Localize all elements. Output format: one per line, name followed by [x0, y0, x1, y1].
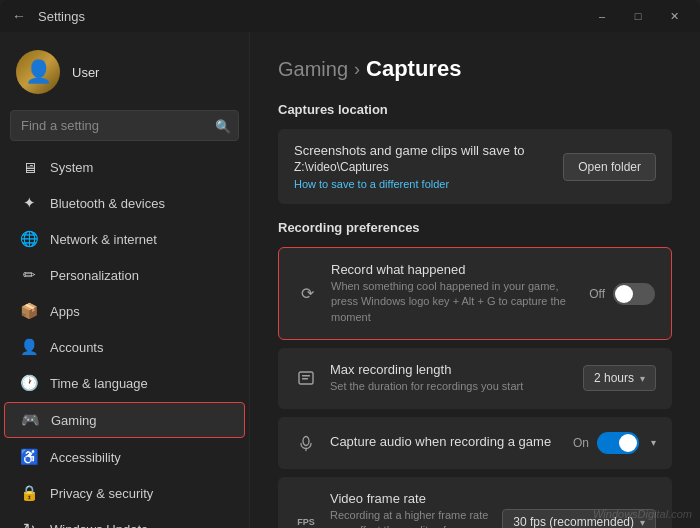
max-recording-value: 2 hours [594, 371, 634, 385]
svg-rect-1 [302, 375, 310, 377]
title-bar: ← Settings – □ ✕ [0, 0, 700, 32]
capture-audio-card: Capture audio when recording a game On ▾ [278, 417, 672, 469]
toggle-off-label: Off [589, 287, 605, 301]
capture-audio-row: Capture audio when recording a game On ▾ [278, 417, 672, 469]
captures-location-title: Captures location [278, 102, 672, 117]
record-what-happened-card: ⟳ Record what happened When something co… [278, 247, 672, 340]
window-controls: – □ ✕ [588, 6, 688, 26]
sidebar-item-windows-update[interactable]: ↻ Windows Update [4, 512, 245, 528]
location-path: Z:\video\Captures [294, 160, 563, 174]
accounts-icon: 👤 [20, 338, 38, 356]
toggle-knob [615, 285, 633, 303]
sidebar-item-system[interactable]: 🖥 System [4, 150, 245, 184]
sidebar-item-label: Gaming [51, 413, 97, 428]
personalization-icon: ✏ [20, 266, 38, 284]
settings-window: ← Settings – □ ✕ 👤 User 🔍 🖥 System [0, 0, 700, 528]
record-what-happened-row: ⟳ Record what happened When something co… [279, 248, 671, 339]
system-icon: 🖥 [20, 158, 38, 176]
back-button[interactable]: ← [12, 8, 26, 24]
sidebar-item-personalization[interactable]: ✏ Personalization [4, 258, 245, 292]
sidebar-item-label: Time & language [50, 376, 148, 391]
max-recording-sublabel: Set the duration for recordings you star… [330, 379, 571, 394]
main-content-area: Gaming › Captures Captures location Scre… [250, 32, 700, 528]
max-recording-dropdown[interactable]: 2 hours ▾ [583, 365, 656, 391]
breadcrumb: Gaming › Captures [278, 56, 672, 82]
captures-location-section: Captures location Screenshots and game c… [278, 102, 672, 204]
user-name: User [72, 65, 99, 80]
recording-preferences-section: Recording preferences ⟳ Record what happ… [278, 220, 672, 528]
close-button[interactable]: ✕ [660, 6, 688, 26]
svg-point-3 [303, 436, 309, 445]
capture-audio-text: Capture audio when recording a game [330, 434, 561, 451]
sidebar-item-privacy[interactable]: 🔒 Privacy & security [4, 476, 245, 510]
max-recording-label: Max recording length [330, 362, 571, 377]
video-frame-dropdown[interactable]: 30 fps (recommended) ▾ [502, 509, 656, 528]
video-frame-action: 30 fps (recommended) ▾ [502, 509, 656, 528]
toggle-on-label: On [573, 436, 589, 450]
sidebar-item-accessibility[interactable]: ♿ Accessibility [4, 440, 245, 474]
record-sublabel: When something cool happened in your gam… [331, 279, 577, 325]
sidebar-item-label: Apps [50, 304, 80, 319]
title-bar-title: Settings [38, 9, 85, 24]
capture-audio-toggle[interactable] [597, 432, 639, 454]
change-folder-link[interactable]: How to save to a different folder [294, 178, 563, 190]
sidebar-item-network[interactable]: 🌐 Network & internet [4, 222, 245, 256]
search-box: 🔍 [10, 110, 239, 141]
sidebar-item-label: Accounts [50, 340, 103, 355]
chevron-down-icon: ▾ [640, 373, 645, 384]
sidebar-item-bluetooth[interactable]: ✦ Bluetooth & devices [4, 186, 245, 220]
search-input[interactable] [10, 110, 239, 141]
sidebar-item-time[interactable]: 🕐 Time & language [4, 366, 245, 400]
sidebar-item-accounts[interactable]: 👤 Accounts [4, 330, 245, 364]
record-toggle[interactable] [613, 283, 655, 305]
video-frame-label: Video frame rate [330, 491, 490, 506]
capture-audio-label: Capture audio when recording a game [330, 434, 561, 449]
avatar-image: 👤 [16, 50, 60, 94]
location-desc: Screenshots and game clips will save to [294, 143, 563, 158]
record-label: Record what happened [331, 262, 577, 277]
breadcrumb-separator: › [354, 59, 360, 80]
recording-preferences-title: Recording preferences [278, 220, 672, 235]
network-icon: 🌐 [20, 230, 38, 248]
chevron-down-icon: ▾ [651, 437, 656, 448]
svg-rect-2 [302, 378, 308, 380]
accessibility-icon: ♿ [20, 448, 38, 466]
sidebar-item-label: Personalization [50, 268, 139, 283]
location-text: Screenshots and game clips will save to … [294, 143, 563, 190]
captures-location-card: Screenshots and game clips will save to … [278, 129, 672, 204]
sidebar-item-label: System [50, 160, 93, 175]
max-recording-row: Max recording length Set the duration fo… [278, 348, 672, 408]
windows-update-icon: ↻ [20, 520, 38, 528]
max-recording-action: 2 hours ▾ [583, 365, 656, 391]
maximize-button[interactable]: □ [624, 6, 652, 26]
sidebar-item-label: Windows Update [50, 522, 148, 529]
video-frame-text: Video frame rate Recording at a higher f… [330, 491, 490, 528]
minimize-button[interactable]: – [588, 6, 616, 26]
max-recording-card: Max recording length Set the duration fo… [278, 348, 672, 408]
sidebar-item-label: Network & internet [50, 232, 157, 247]
sidebar-item-apps[interactable]: 📦 Apps [4, 294, 245, 328]
breadcrumb-current: Captures [366, 56, 461, 82]
bluetooth-icon: ✦ [20, 194, 38, 212]
record-action: Off [589, 283, 655, 305]
max-recording-icon [294, 366, 318, 390]
capture-audio-action: On ▾ [573, 432, 656, 454]
sidebar-item-label: Bluetooth & devices [50, 196, 165, 211]
location-row: Screenshots and game clips will save to … [278, 129, 672, 204]
apps-icon: 📦 [20, 302, 38, 320]
video-frame-rate-row: FPS Video frame rate Recording at a high… [278, 477, 672, 528]
gaming-icon: 🎮 [21, 411, 39, 429]
breadcrumb-parent[interactable]: Gaming [278, 58, 348, 81]
chevron-down-icon: ▾ [640, 517, 645, 528]
time-icon: 🕐 [20, 374, 38, 392]
video-frame-value: 30 fps (recommended) [513, 515, 634, 528]
sidebar: 👤 User 🔍 🖥 System ✦ Bluetooth & devices … [0, 32, 250, 528]
open-folder-button[interactable]: Open folder [563, 153, 656, 181]
max-recording-text: Max recording length Set the duration fo… [330, 362, 571, 394]
video-frame-sublabel: Recording at a higher frame rate may aff… [330, 508, 490, 528]
video-frame-rate-card: FPS Video frame rate Recording at a high… [278, 477, 672, 528]
sidebar-item-gaming[interactable]: 🎮 Gaming [4, 402, 245, 438]
main-content: 👤 User 🔍 🖥 System ✦ Bluetooth & devices … [0, 32, 700, 528]
toggle-knob [619, 434, 637, 452]
record-text: Record what happened When something cool… [331, 262, 577, 325]
